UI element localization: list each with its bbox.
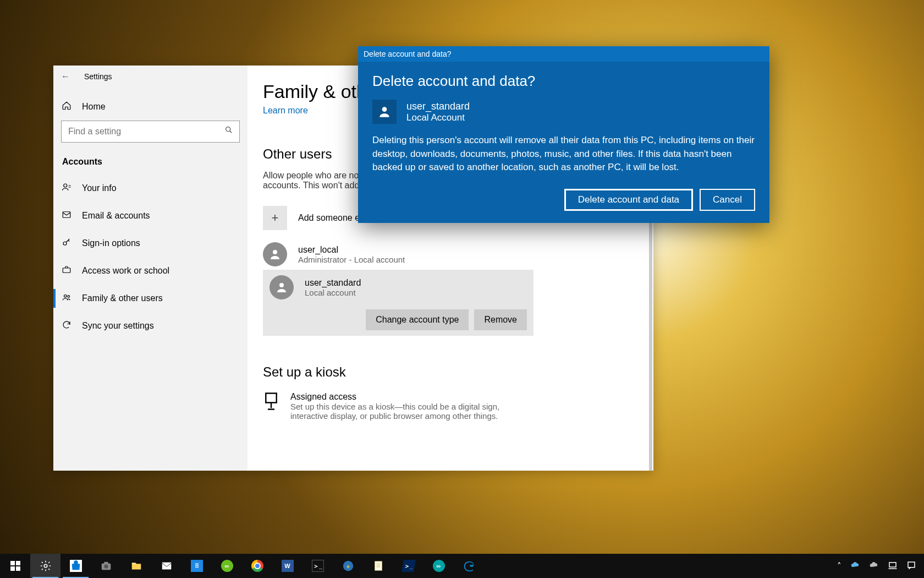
svg-point-6 — [68, 296, 70, 298]
taskbar-powershell[interactable]: ＞_ — [393, 554, 424, 578]
taskbar-app-green[interactable]: ∞ — [212, 554, 242, 578]
user-row[interactable]: user_local Administrator - Local account — [263, 239, 653, 270]
taskbar-settings[interactable] — [30, 554, 61, 578]
sidebar-item-sync[interactable]: Sync your settings — [53, 312, 248, 340]
tray-onedrive-icon[interactable] — [850, 560, 860, 572]
taskbar-app-teal[interactable]: ∞ — [424, 554, 454, 578]
taskbar-app-blue[interactable]: ⠿ — [182, 554, 212, 578]
svg-point-1 — [64, 184, 67, 187]
tray-action-center-icon[interactable] — [906, 560, 916, 572]
key-icon — [61, 237, 72, 249]
home-label: Home — [82, 102, 106, 112]
user-name: user_local — [298, 245, 405, 255]
user-type: Administrator - Local account — [298, 255, 405, 264]
assigned-access-label: Assigned access — [290, 392, 521, 402]
learn-more-link[interactable]: Learn more — [263, 106, 308, 116]
taskbar-edge-dev[interactable]: e — [333, 554, 363, 578]
sidebar-section-label: Accounts — [53, 152, 248, 175]
back-icon[interactable]: ← — [61, 72, 70, 81]
svg-rect-9 — [266, 393, 276, 402]
delete-account-dialog: Delete account and data? Delete account … — [358, 46, 769, 223]
tray-chevron-up-icon[interactable]: ˄ — [837, 561, 842, 571]
cancel-button[interactable]: Cancel — [700, 189, 755, 211]
people-icon — [61, 292, 72, 304]
taskbar-word[interactable]: W — [272, 554, 302, 578]
svg-point-8 — [279, 283, 284, 287]
home-icon — [61, 101, 72, 113]
tray-network-icon[interactable] — [888, 560, 898, 572]
person-icon — [61, 182, 72, 194]
avatar-icon — [270, 275, 294, 299]
sidebar-nav: Your info Email & accounts Sign-in optio… — [53, 175, 248, 340]
sidebar-item-label: Your info — [82, 183, 117, 193]
taskbar-notepad[interactable] — [363, 554, 393, 578]
search-wrap — [53, 121, 248, 152]
dialog-titlebar: Delete account and data? — [358, 46, 769, 62]
sidebar-item-family[interactable]: Family & other users — [53, 285, 248, 312]
settings-sidebar: ← Settings Home Accounts Your info Email… — [53, 66, 248, 471]
tray-cloud-icon[interactable] — [869, 560, 879, 572]
briefcase-icon — [61, 265, 72, 277]
sidebar-item-label: Sign-in options — [82, 238, 140, 248]
window-title: Settings — [84, 72, 112, 81]
taskbar: ⠿ ∞ W ＞_ e ＞_ ∞ ˄ — [0, 554, 924, 578]
dialog-user-name: user_standard — [406, 101, 470, 112]
taskbar-mail[interactable] — [151, 554, 182, 578]
svg-point-7 — [273, 250, 277, 254]
svg-rect-4 — [63, 268, 70, 272]
taskbar-terminal[interactable]: ＞_ — [302, 554, 333, 578]
sidebar-item-label: Family & other users — [82, 293, 163, 303]
svg-point-11 — [44, 564, 47, 568]
svg-rect-14 — [104, 562, 108, 564]
svg-rect-2 — [63, 212, 70, 218]
dialog-user: user_standard Local Account — [372, 100, 755, 124]
svg-point-0 — [226, 127, 230, 132]
taskbar-explorer[interactable] — [121, 554, 151, 578]
change-account-type-button[interactable]: Change account type — [366, 309, 469, 330]
sidebar-item-label: Access work or school — [82, 266, 169, 276]
sidebar-item-email[interactable]: Email & accounts — [53, 202, 248, 230]
sync-icon — [61, 320, 72, 332]
avatar-icon — [372, 100, 397, 124]
svg-rect-19 — [889, 562, 896, 566]
dialog-message: Deleting this person's account will remo… — [372, 134, 755, 175]
user-type: Local account — [305, 288, 361, 297]
sidebar-item-label: Sync your settings — [82, 321, 154, 331]
svg-point-3 — [63, 242, 67, 245]
taskbar-chrome[interactable] — [242, 554, 272, 578]
mail-icon — [61, 210, 72, 222]
delete-confirm-button[interactable]: Delete account and data — [564, 189, 693, 211]
search-input[interactable] — [61, 121, 240, 143]
sidebar-item-home[interactable]: Home — [53, 93, 248, 121]
system-tray: ˄ — [829, 554, 924, 578]
titlebar: ← Settings — [53, 66, 248, 88]
svg-rect-20 — [908, 562, 915, 568]
assigned-access-row[interactable]: Assigned access Set up this device as a … — [263, 389, 653, 424]
svg-point-10 — [382, 107, 387, 112]
kiosk-heading: Set up a kiosk — [263, 364, 653, 380]
remove-button[interactable]: Remove — [474, 309, 527, 330]
avatar-icon — [263, 242, 287, 266]
dialog-heading: Delete account and data? — [372, 73, 755, 90]
start-button[interactable] — [0, 554, 30, 578]
kiosk-icon — [263, 392, 279, 413]
user-name: user_standard — [305, 278, 361, 288]
taskbar-edge[interactable] — [454, 554, 484, 578]
svg-text:e: e — [346, 564, 349, 569]
user-row-selected[interactable]: user_standard Local account Change accou… — [263, 270, 534, 336]
assigned-access-desc: Set up this device as a kiosk—this could… — [290, 402, 521, 421]
svg-point-13 — [104, 564, 108, 568]
dialog-user-type: Local Account — [406, 112, 470, 123]
sidebar-item-your-info[interactable]: Your info — [53, 175, 248, 202]
plus-icon: + — [263, 206, 287, 230]
sidebar-item-label: Email & accounts — [82, 211, 150, 221]
search-icon[interactable] — [224, 126, 233, 137]
svg-rect-18 — [375, 561, 382, 571]
sidebar-item-work[interactable]: Access work or school — [53, 257, 248, 285]
svg-rect-15 — [162, 563, 171, 570]
sidebar-item-signin[interactable]: Sign-in options — [53, 230, 248, 257]
svg-point-5 — [64, 295, 67, 298]
taskbar-camera[interactable] — [91, 554, 121, 578]
taskbar-store[interactable] — [61, 554, 91, 578]
